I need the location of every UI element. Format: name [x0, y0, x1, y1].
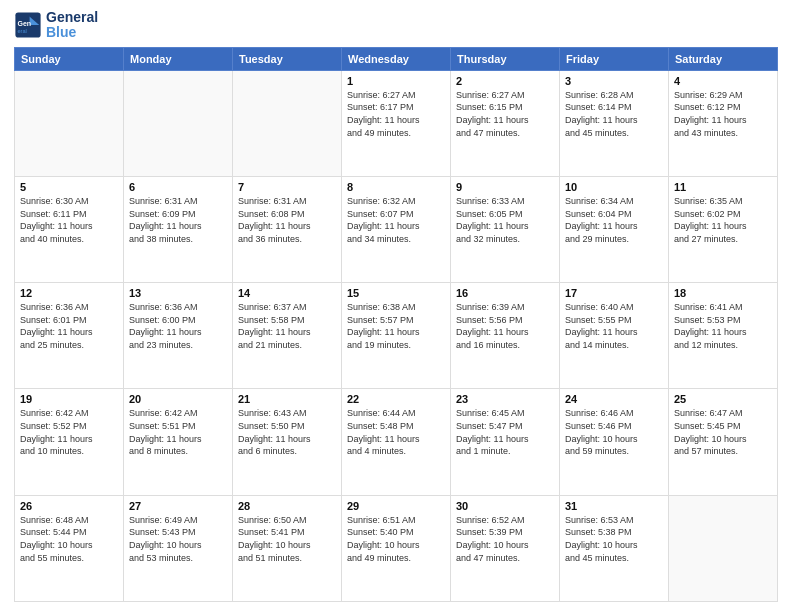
day-info: Sunrise: 6:41 AM Sunset: 5:53 PM Dayligh…	[674, 301, 772, 351]
day-info: Sunrise: 6:35 AM Sunset: 6:02 PM Dayligh…	[674, 195, 772, 245]
calendar-week-row: 12Sunrise: 6:36 AM Sunset: 6:01 PM Dayli…	[15, 283, 778, 389]
day-number: 21	[238, 393, 336, 405]
day-number: 14	[238, 287, 336, 299]
calendar-day-25: 25Sunrise: 6:47 AM Sunset: 5:45 PM Dayli…	[669, 389, 778, 495]
calendar-day-31: 31Sunrise: 6:53 AM Sunset: 5:38 PM Dayli…	[560, 495, 669, 601]
calendar-day-30: 30Sunrise: 6:52 AM Sunset: 5:39 PM Dayli…	[451, 495, 560, 601]
day-info: Sunrise: 6:36 AM Sunset: 6:01 PM Dayligh…	[20, 301, 118, 351]
calendar-day-7: 7Sunrise: 6:31 AM Sunset: 6:08 PM Daylig…	[233, 177, 342, 283]
logo-text: General Blue	[46, 10, 98, 41]
day-number: 20	[129, 393, 227, 405]
calendar-day-3: 3Sunrise: 6:28 AM Sunset: 6:14 PM Daylig…	[560, 70, 669, 176]
day-info: Sunrise: 6:38 AM Sunset: 5:57 PM Dayligh…	[347, 301, 445, 351]
calendar-day-empty	[233, 70, 342, 176]
calendar-day-12: 12Sunrise: 6:36 AM Sunset: 6:01 PM Dayli…	[15, 283, 124, 389]
header: Gen eral General Blue	[14, 10, 778, 41]
day-info: Sunrise: 6:39 AM Sunset: 5:56 PM Dayligh…	[456, 301, 554, 351]
day-number: 13	[129, 287, 227, 299]
calendar-day-23: 23Sunrise: 6:45 AM Sunset: 5:47 PM Dayli…	[451, 389, 560, 495]
calendar-day-11: 11Sunrise: 6:35 AM Sunset: 6:02 PM Dayli…	[669, 177, 778, 283]
calendar-week-row: 1Sunrise: 6:27 AM Sunset: 6:17 PM Daylig…	[15, 70, 778, 176]
day-info: Sunrise: 6:49 AM Sunset: 5:43 PM Dayligh…	[129, 514, 227, 564]
day-number: 7	[238, 181, 336, 193]
calendar-day-29: 29Sunrise: 6:51 AM Sunset: 5:40 PM Dayli…	[342, 495, 451, 601]
calendar-day-4: 4Sunrise: 6:29 AM Sunset: 6:12 PM Daylig…	[669, 70, 778, 176]
page: Gen eral General Blue SundayMondayTuesda…	[0, 0, 792, 612]
svg-text:eral: eral	[18, 28, 27, 34]
calendar-day-1: 1Sunrise: 6:27 AM Sunset: 6:17 PM Daylig…	[342, 70, 451, 176]
day-number: 19	[20, 393, 118, 405]
day-number: 9	[456, 181, 554, 193]
day-info: Sunrise: 6:44 AM Sunset: 5:48 PM Dayligh…	[347, 407, 445, 457]
calendar-day-15: 15Sunrise: 6:38 AM Sunset: 5:57 PM Dayli…	[342, 283, 451, 389]
calendar-day-8: 8Sunrise: 6:32 AM Sunset: 6:07 PM Daylig…	[342, 177, 451, 283]
calendar-header-saturday: Saturday	[669, 47, 778, 70]
calendar-day-5: 5Sunrise: 6:30 AM Sunset: 6:11 PM Daylig…	[15, 177, 124, 283]
day-info: Sunrise: 6:51 AM Sunset: 5:40 PM Dayligh…	[347, 514, 445, 564]
calendar-week-row: 26Sunrise: 6:48 AM Sunset: 5:44 PM Dayli…	[15, 495, 778, 601]
day-number: 12	[20, 287, 118, 299]
day-info: Sunrise: 6:27 AM Sunset: 6:15 PM Dayligh…	[456, 89, 554, 139]
day-info: Sunrise: 6:27 AM Sunset: 6:17 PM Dayligh…	[347, 89, 445, 139]
calendar-header-sunday: Sunday	[15, 47, 124, 70]
calendar-day-21: 21Sunrise: 6:43 AM Sunset: 5:50 PM Dayli…	[233, 389, 342, 495]
day-info: Sunrise: 6:42 AM Sunset: 5:52 PM Dayligh…	[20, 407, 118, 457]
calendar-day-22: 22Sunrise: 6:44 AM Sunset: 5:48 PM Dayli…	[342, 389, 451, 495]
day-number: 25	[674, 393, 772, 405]
day-number: 30	[456, 500, 554, 512]
day-number: 24	[565, 393, 663, 405]
day-info: Sunrise: 6:28 AM Sunset: 6:14 PM Dayligh…	[565, 89, 663, 139]
day-info: Sunrise: 6:32 AM Sunset: 6:07 PM Dayligh…	[347, 195, 445, 245]
day-number: 23	[456, 393, 554, 405]
calendar-day-empty	[15, 70, 124, 176]
day-number: 22	[347, 393, 445, 405]
day-number: 8	[347, 181, 445, 193]
day-number: 16	[456, 287, 554, 299]
calendar-week-row: 5Sunrise: 6:30 AM Sunset: 6:11 PM Daylig…	[15, 177, 778, 283]
day-number: 3	[565, 75, 663, 87]
calendar-day-empty	[669, 495, 778, 601]
day-info: Sunrise: 6:48 AM Sunset: 5:44 PM Dayligh…	[20, 514, 118, 564]
day-info: Sunrise: 6:47 AM Sunset: 5:45 PM Dayligh…	[674, 407, 772, 457]
calendar-day-18: 18Sunrise: 6:41 AM Sunset: 5:53 PM Dayli…	[669, 283, 778, 389]
calendar-table: SundayMondayTuesdayWednesdayThursdayFrid…	[14, 47, 778, 602]
day-number: 18	[674, 287, 772, 299]
calendar-header-row: SundayMondayTuesdayWednesdayThursdayFrid…	[15, 47, 778, 70]
svg-text:Gen: Gen	[18, 21, 32, 28]
calendar-header-wednesday: Wednesday	[342, 47, 451, 70]
calendar-day-17: 17Sunrise: 6:40 AM Sunset: 5:55 PM Dayli…	[560, 283, 669, 389]
day-number: 1	[347, 75, 445, 87]
calendar-day-9: 9Sunrise: 6:33 AM Sunset: 6:05 PM Daylig…	[451, 177, 560, 283]
day-info: Sunrise: 6:53 AM Sunset: 5:38 PM Dayligh…	[565, 514, 663, 564]
day-info: Sunrise: 6:45 AM Sunset: 5:47 PM Dayligh…	[456, 407, 554, 457]
day-info: Sunrise: 6:31 AM Sunset: 6:08 PM Dayligh…	[238, 195, 336, 245]
day-info: Sunrise: 6:42 AM Sunset: 5:51 PM Dayligh…	[129, 407, 227, 457]
calendar-week-row: 19Sunrise: 6:42 AM Sunset: 5:52 PM Dayli…	[15, 389, 778, 495]
day-info: Sunrise: 6:40 AM Sunset: 5:55 PM Dayligh…	[565, 301, 663, 351]
calendar-header-friday: Friday	[560, 47, 669, 70]
calendar-day-13: 13Sunrise: 6:36 AM Sunset: 6:00 PM Dayli…	[124, 283, 233, 389]
day-number: 27	[129, 500, 227, 512]
day-number: 15	[347, 287, 445, 299]
day-number: 6	[129, 181, 227, 193]
day-info: Sunrise: 6:33 AM Sunset: 6:05 PM Dayligh…	[456, 195, 554, 245]
day-number: 10	[565, 181, 663, 193]
calendar-header-monday: Monday	[124, 47, 233, 70]
day-number: 26	[20, 500, 118, 512]
calendar-day-20: 20Sunrise: 6:42 AM Sunset: 5:51 PM Dayli…	[124, 389, 233, 495]
day-info: Sunrise: 6:34 AM Sunset: 6:04 PM Dayligh…	[565, 195, 663, 245]
day-number: 28	[238, 500, 336, 512]
calendar-header-tuesday: Tuesday	[233, 47, 342, 70]
day-info: Sunrise: 6:43 AM Sunset: 5:50 PM Dayligh…	[238, 407, 336, 457]
logo: Gen eral General Blue	[14, 10, 98, 41]
calendar-day-14: 14Sunrise: 6:37 AM Sunset: 5:58 PM Dayli…	[233, 283, 342, 389]
day-number: 2	[456, 75, 554, 87]
day-info: Sunrise: 6:37 AM Sunset: 5:58 PM Dayligh…	[238, 301, 336, 351]
day-number: 17	[565, 287, 663, 299]
day-info: Sunrise: 6:52 AM Sunset: 5:39 PM Dayligh…	[456, 514, 554, 564]
day-number: 31	[565, 500, 663, 512]
day-info: Sunrise: 6:29 AM Sunset: 6:12 PM Dayligh…	[674, 89, 772, 139]
day-number: 4	[674, 75, 772, 87]
day-info: Sunrise: 6:31 AM Sunset: 6:09 PM Dayligh…	[129, 195, 227, 245]
calendar-header-thursday: Thursday	[451, 47, 560, 70]
